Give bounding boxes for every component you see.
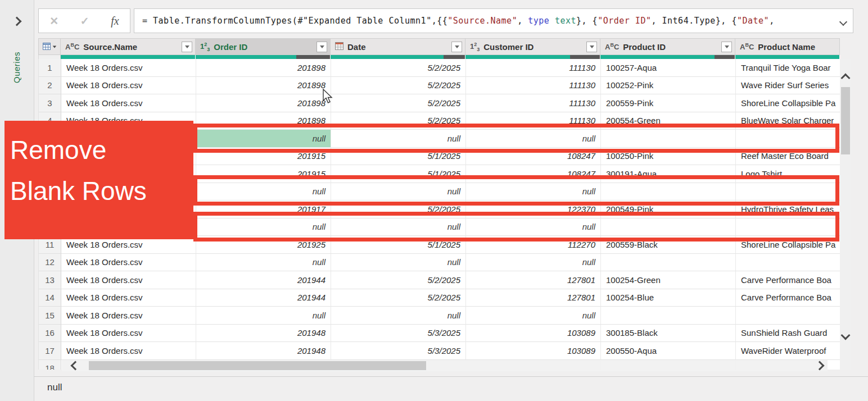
cell[interactable]: Carve Performance Boa bbox=[736, 289, 840, 307]
commit-formula-icon[interactable]: ✓ bbox=[80, 15, 89, 28]
cell[interactable]: 127801 bbox=[466, 271, 601, 289]
cell[interactable] bbox=[601, 254, 736, 272]
column-quality-bar bbox=[196, 55, 331, 59]
text-type-icon: ABC bbox=[740, 42, 754, 51]
cell[interactable]: null bbox=[466, 254, 601, 272]
cell[interactable] bbox=[736, 254, 840, 272]
filter-arrow-icon bbox=[725, 45, 729, 48]
row-number[interactable]: 12 bbox=[39, 254, 61, 272]
row-number[interactable]: 2 bbox=[39, 77, 61, 95]
vertical-scrollbar-thumb[interactable] bbox=[841, 87, 850, 154]
cell[interactable]: 127801 bbox=[466, 289, 601, 307]
cell[interactable]: 5/3/2025 bbox=[331, 325, 466, 343]
cell[interactable]: 103089 bbox=[466, 342, 601, 360]
scroll-down-button[interactable] bbox=[840, 329, 851, 342]
cell[interactable]: 200559-Pink bbox=[601, 94, 736, 112]
cell[interactable]: Tranquil Tide Yoga Boar bbox=[736, 59, 840, 77]
cell[interactable]: 5/2/2025 bbox=[331, 94, 466, 112]
cell[interactable]: 5/2/2025 bbox=[331, 271, 466, 289]
formula-input[interactable]: = Table.TransformColumnTypes(#"Expanded … bbox=[134, 8, 853, 33]
cell[interactable]: 201944 bbox=[196, 271, 331, 289]
cell[interactable]: 111130 bbox=[466, 94, 601, 112]
cell[interactable]: null bbox=[196, 254, 331, 272]
cell[interactable]: 111130 bbox=[466, 77, 601, 95]
row-number[interactable]: 13 bbox=[39, 271, 61, 289]
cell[interactable]: Week 18 Orders.csv bbox=[61, 289, 196, 307]
cell[interactable]: 5/3/2025 bbox=[331, 342, 466, 360]
scroll-up-button[interactable] bbox=[840, 71, 851, 85]
row-number[interactable]: 17 bbox=[39, 342, 61, 360]
cell[interactable]: Week 18 Orders.csv bbox=[61, 77, 196, 95]
cell[interactable]: 201898 bbox=[196, 94, 331, 112]
row-number[interactable]: 16 bbox=[39, 325, 61, 343]
quality-bar-spacer bbox=[38, 55, 61, 59]
cell[interactable]: Week 18 Orders.csv bbox=[61, 94, 196, 112]
cell[interactable]: Wave Rider Surf Series bbox=[736, 77, 840, 95]
table-row: 14Week 18 Orders.csv2019445/2/2025127801… bbox=[39, 289, 840, 307]
cell[interactable]: 5/2/2025 bbox=[331, 289, 466, 307]
filter-dropdown-button[interactable] bbox=[182, 42, 192, 52]
cell[interactable]: 201948 bbox=[196, 342, 331, 360]
scroll-left-button[interactable] bbox=[69, 360, 82, 371]
cell[interactable]: Carve Performance Boa bbox=[736, 271, 840, 289]
cell[interactable]: SunShield Rash Guard bbox=[736, 325, 840, 343]
cell[interactable]: null bbox=[331, 254, 466, 272]
filter-dropdown-button[interactable] bbox=[721, 42, 732, 52]
cell[interactable]: 201948 bbox=[196, 325, 331, 343]
row-number[interactable]: 14 bbox=[39, 289, 61, 307]
cell[interactable]: null bbox=[466, 307, 601, 325]
cell[interactable]: Week 18 Orders.csv bbox=[61, 59, 196, 77]
column-header-customer-id[interactable]: 123Customer ID bbox=[465, 38, 600, 55]
cell[interactable]: null bbox=[331, 307, 466, 325]
filter-dropdown-button[interactable] bbox=[451, 42, 462, 52]
cell[interactable]: 5/2/2025 bbox=[331, 77, 466, 95]
filter-dropdown-button[interactable] bbox=[586, 42, 597, 52]
table-row: 1Week 18 Orders.csv2018985/2/20251111301… bbox=[39, 59, 840, 77]
row-number[interactable]: 1 bbox=[39, 59, 61, 77]
row-number[interactable]: 3 bbox=[39, 94, 61, 112]
filter-dropdown-button[interactable] bbox=[317, 42, 327, 52]
cell[interactable]: Week 18 Orders.csv bbox=[61, 325, 196, 343]
cell[interactable]: null bbox=[196, 307, 331, 325]
cell[interactable]: ShoreLine Collapsible Pa bbox=[736, 94, 840, 112]
row-number[interactable]: 18 bbox=[39, 360, 61, 370]
expand-queries-pane-button[interactable] bbox=[10, 15, 24, 28]
cell[interactable]: WaveRider Waterproof bbox=[736, 342, 840, 360]
cell[interactable]: 201898 bbox=[196, 77, 331, 95]
expand-formula-bar-button[interactable] bbox=[840, 17, 846, 27]
cancel-formula-icon[interactable]: ✕ bbox=[49, 15, 58, 28]
column-header-product-name[interactable]: ABCProduct Name bbox=[735, 38, 840, 55]
cell[interactable]: 100254-Blue bbox=[601, 289, 736, 307]
vertical-scrollbar[interactable] bbox=[840, 59, 851, 370]
column-label: Product ID bbox=[623, 42, 666, 52]
table-row: 16Week 18 Orders.csv2019485/3/2025103089… bbox=[39, 325, 840, 343]
cell[interactable]: 111130 bbox=[466, 59, 601, 77]
cell[interactable]: Week 18 Orders.csv bbox=[61, 307, 196, 325]
cell[interactable]: 200550-Aqua bbox=[601, 342, 736, 360]
cell[interactable]: Week 18 Orders.csv bbox=[61, 271, 196, 289]
column-header-order-id[interactable]: 123Order ID bbox=[196, 38, 331, 55]
cell[interactable]: 300185-Black bbox=[601, 325, 736, 343]
row-number[interactable]: 15 bbox=[39, 307, 61, 325]
cell[interactable] bbox=[736, 307, 840, 325]
cell[interactable]: Week 18 Orders.csv bbox=[61, 342, 196, 360]
formula-segment: , Int64.Type}, { bbox=[651, 16, 737, 26]
number-type-icon: 123 bbox=[470, 42, 480, 52]
cell[interactable]: 201944 bbox=[196, 289, 331, 307]
cell[interactable]: 103089 bbox=[466, 325, 601, 343]
horizontal-scrollbar-thumb[interactable] bbox=[89, 361, 426, 370]
select-all-button[interactable] bbox=[38, 38, 61, 55]
scroll-right-button[interactable] bbox=[813, 360, 826, 371]
cell[interactable]: 100252-Pink bbox=[601, 77, 736, 95]
header-row: ABCSource.Name123Order IDDate123Customer… bbox=[38, 38, 840, 55]
column-header-source-name[interactable]: ABCSource.Name bbox=[61, 38, 196, 55]
cell[interactable]: 5/2/2025 bbox=[331, 59, 466, 77]
cell[interactable]: 100254-Green bbox=[601, 271, 736, 289]
cell[interactable]: 201898 bbox=[196, 59, 331, 77]
cell[interactable]: 100257-Aqua bbox=[601, 59, 736, 77]
column-header-product-id[interactable]: ABCProduct ID bbox=[600, 38, 735, 55]
horizontal-scrollbar[interactable] bbox=[62, 360, 828, 371]
cell[interactable] bbox=[601, 307, 736, 325]
column-header-date[interactable]: Date bbox=[331, 38, 465, 55]
cell[interactable]: Week 18 Orders.csv bbox=[61, 254, 196, 272]
